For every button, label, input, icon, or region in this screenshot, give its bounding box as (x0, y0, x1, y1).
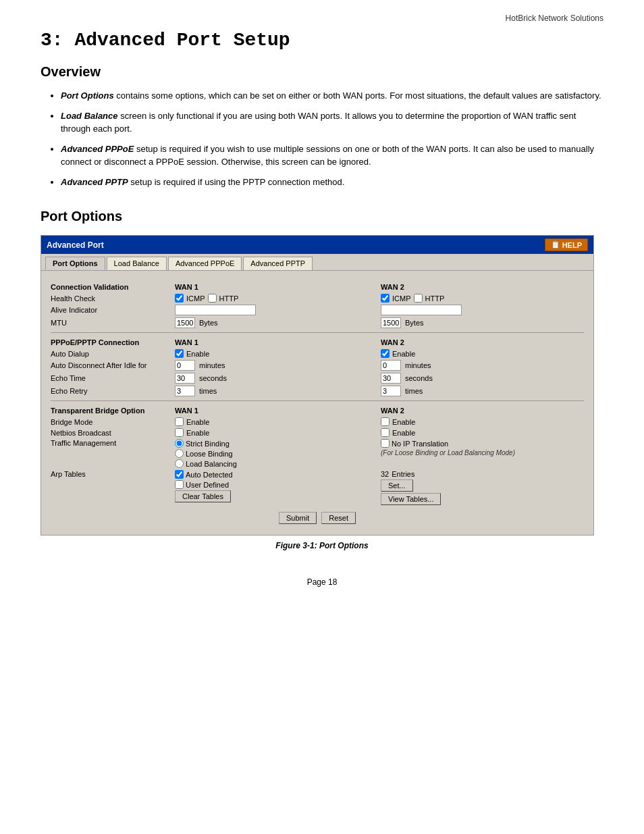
tm-loose-binding-radio[interactable] (175, 449, 184, 458)
bm-wan2: Enable (378, 417, 584, 426)
nb-wan1-text: Enable (186, 429, 209, 437)
clear-tables-button[interactable]: Clear Tables (175, 490, 231, 502)
view-tables-button[interactable]: View Tables... (381, 493, 441, 505)
er-label: Echo Retry (51, 387, 172, 395)
nb-wan2: Enable (378, 428, 584, 437)
arp-user-defined-checkbox[interactable] (175, 480, 184, 489)
adc-wan2-input[interactable] (381, 360, 401, 371)
mtu-label: MTU (51, 319, 172, 327)
tb-wan2-label: WAN 2 (378, 407, 584, 415)
tab-advanced-pppoe[interactable]: Advanced PPPoE (168, 257, 242, 270)
cv-wan1-label: WAN 1 (172, 283, 378, 291)
bm-wan1: Enable (172, 417, 378, 426)
overview-bullets: Port Options contains some options, whic… (41, 89, 603, 188)
bullet-load-balance: Load Balance screen is only functional i… (61, 109, 603, 136)
port-options-section: Port Options Advanced Port 📋 HELP Port O… (41, 209, 603, 550)
nb-wan2-text: Enable (392, 429, 415, 437)
ai-wan1-input[interactable] (175, 305, 256, 315)
nb-wan1-checkbox[interactable] (175, 428, 184, 437)
arp-auto-detected: Auto Detected (175, 470, 233, 479)
brand-text: HotBrick Network Solutions (506, 14, 603, 23)
tm-no-ip-text: No IP Translation (392, 440, 448, 448)
et-wan1-input[interactable] (175, 373, 195, 384)
er-wan1-input[interactable] (175, 386, 195, 396)
pppoe-wan1-label: WAN 1 (172, 338, 378, 346)
tm-load-balancing: Load Balancing (175, 459, 237, 468)
health-check-row: Health Check ICMP HTTP ICMP HTTP (51, 294, 584, 303)
panel-title: Advanced Port (47, 240, 104, 250)
ad-wan2-checkbox[interactable] (381, 349, 390, 358)
adc-wan1: minutes (172, 360, 378, 371)
hc-wan2-icmp-checkbox[interactable] (381, 294, 390, 303)
hc-wan2-icmp-text: ICMP (392, 294, 411, 303)
hc-wan1-http-checkbox[interactable] (208, 294, 217, 303)
tm-loose-binding-label: Loose Binding (186, 450, 233, 458)
arp-wan1: Auto Detected User Defined Clear Tables (172, 470, 378, 502)
echo-retry-row: Echo Retry times times (51, 386, 584, 396)
submit-button[interactable]: Submit (279, 512, 317, 524)
tab-advanced-pptp[interactable]: Advanced PPTP (243, 257, 313, 270)
ai-wan1 (172, 305, 378, 315)
ad-wan1-text: Enable (186, 350, 209, 358)
bullet-port-options: Port Options contains some options, whic… (61, 89, 603, 103)
ad-wan1-checkbox[interactable] (175, 349, 184, 358)
panel-titlebar: Advanced Port 📋 HELP (41, 236, 593, 254)
mtu-wan2-input[interactable] (381, 317, 401, 328)
mtu-wan1-unit: Bytes (199, 319, 218, 327)
mtu-row: MTU Bytes Bytes (51, 317, 584, 328)
bm-label: Bridge Mode (51, 418, 172, 426)
adc-wan2: minutes (378, 360, 584, 371)
adc-wan1-input[interactable] (175, 360, 195, 371)
tab-load-balance[interactable]: Load Balance (107, 257, 167, 270)
ad-label: Auto Dialup (51, 350, 172, 358)
panel-body: Connection Validation WAN 1 WAN 2 Health… (41, 271, 593, 535)
figure-caption: Figure 3-1: Port Options (41, 541, 603, 550)
ai-wan2-input[interactable] (381, 305, 462, 315)
nb-wan2-checkbox[interactable] (381, 428, 390, 437)
bm-wan1-text: Enable (186, 418, 209, 426)
mtu-wan1-input[interactable] (175, 317, 195, 328)
er-wan1-unit: times (199, 387, 217, 395)
er-wan2-input[interactable] (381, 386, 401, 396)
set-button[interactable]: Set... (381, 479, 413, 492)
arp-user-defined-text: User Defined (186, 481, 229, 489)
arp-wan2: 32 Entries Set... View Tables... (378, 470, 584, 505)
pppoe-section-label: PPPoE/PPTP Connection (51, 338, 172, 346)
hc-wan1: ICMP HTTP (172, 294, 378, 303)
nb-wan1: Enable (172, 428, 378, 437)
tm-strict-binding-radio[interactable] (175, 439, 184, 448)
divider-2 (51, 400, 584, 401)
et-wan2-unit: seconds (405, 374, 433, 382)
hc-wan1-icmp-checkbox[interactable] (175, 294, 184, 303)
overview-title: Overview (41, 64, 603, 80)
chapter-title: 3: Advanced Port Setup (41, 30, 603, 51)
bm-wan2-text: Enable (392, 418, 415, 426)
tm-wan2-note: (For Loose Binding or Load Balancing Mod… (381, 449, 515, 457)
help-button[interactable]: 📋 HELP (545, 238, 588, 251)
tm-no-ip-translation: No IP Translation (381, 439, 448, 448)
adc-wan2-unit: minutes (405, 361, 431, 369)
tm-load-balancing-radio[interactable] (175, 459, 184, 468)
auto-dialup-row: Auto Dialup Enable Enable (51, 349, 584, 358)
auto-disconnect-row: Auto Disconnect After Idle for minutes m… (51, 360, 584, 371)
bullet-advanced-pppoe: Advanced PPPoE setup is required if you … (61, 142, 603, 169)
pppoe-wan2-label: WAN 2 (378, 338, 584, 346)
tm-no-ip-checkbox[interactable] (381, 439, 390, 448)
ad-wan2-text: Enable (392, 350, 415, 358)
et-wan2: seconds (378, 373, 584, 384)
arp-label: Arp Tables (51, 470, 172, 478)
mtu-wan2: Bytes (378, 317, 584, 328)
bm-wan2-checkbox[interactable] (381, 417, 390, 426)
echo-time-row: Echo Time seconds seconds (51, 373, 584, 384)
tm-strict-binding-label: Strict Binding (186, 440, 230, 448)
tb-section-label: Transparent Bridge Option (51, 407, 172, 415)
tab-port-options[interactable]: Port Options (45, 257, 105, 270)
er-wan2-unit: times (405, 387, 423, 395)
reset-button[interactable]: Reset (321, 512, 356, 524)
tm-loose-binding: Loose Binding (175, 449, 233, 458)
et-wan2-input[interactable] (381, 373, 401, 384)
cv-wan2-label: WAN 2 (378, 283, 584, 291)
arp-auto-detected-checkbox[interactable] (175, 470, 184, 479)
hc-wan2-http-checkbox[interactable] (414, 294, 423, 303)
bm-wan1-checkbox[interactable] (175, 417, 184, 426)
